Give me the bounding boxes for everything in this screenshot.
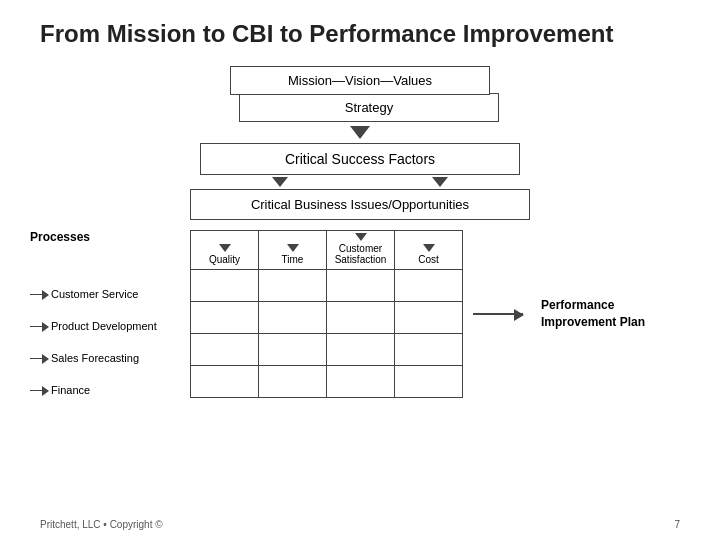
processes-column: Processes Customer Service Product Devel… [30, 230, 190, 406]
footer: Pritchett, LLC • Copyright © 7 [40, 519, 680, 530]
matrix-section: Processes Customer Service Product Devel… [30, 230, 690, 406]
cell-r2c4 [395, 302, 463, 334]
col-label-cost: Cost [418, 254, 439, 265]
right-arrow-line [473, 313, 523, 315]
process-label-3: Sales Forecasting [51, 352, 139, 364]
cell-r4c4 [395, 366, 463, 398]
footer-right: 7 [674, 519, 680, 530]
process-row-customer-service: Customer Service [30, 278, 190, 310]
process-arrow-2 [30, 326, 48, 327]
cell-r2c2 [259, 302, 327, 334]
process-label-1: Customer Service [51, 288, 138, 300]
process-row-sales: Sales Forecasting [30, 342, 190, 374]
perf-label-line1: Performance [541, 298, 614, 312]
col-label-time: Time [282, 254, 304, 265]
process-row-product-dev: Product Development [30, 310, 190, 342]
arrow-to-csf [350, 126, 370, 139]
fork-arrow-right [432, 177, 448, 187]
fork-arrow-left [272, 177, 288, 187]
right-label-container: Performance Improvement Plan [473, 297, 645, 331]
perf-label-line2: Improvement Plan [541, 315, 645, 329]
col-label-quality: Quality [209, 254, 240, 265]
cell-r3c1 [191, 334, 259, 366]
cell-r3c4 [395, 334, 463, 366]
table-row [191, 302, 463, 334]
cell-r1c2 [259, 270, 327, 302]
col-header-quality: Quality [191, 231, 259, 270]
col-arrow-satisfaction [355, 233, 367, 241]
cbi-box: Critical Business Issues/Opportunities [190, 189, 530, 220]
cell-r2c1 [191, 302, 259, 334]
top-boxes: Mission—Vision—Values Strategy [170, 66, 550, 122]
matrix-grid: Quality Time [190, 230, 463, 398]
col-header-time: Time [259, 231, 327, 270]
col-header-quality-inner: Quality [193, 244, 256, 265]
performance-improvement-label: Performance Improvement Plan [541, 297, 645, 331]
process-label-2: Product Development [51, 320, 157, 332]
col-header-satisfaction: CustomerSatisfaction [327, 231, 395, 270]
process-arrow-3 [30, 358, 48, 359]
col-arrow-time [287, 244, 299, 252]
col-arrow-cost [423, 244, 435, 252]
page: From Mission to CBI to Performance Impro… [0, 0, 720, 540]
cell-r1c4 [395, 270, 463, 302]
cell-r1c1 [191, 270, 259, 302]
table-row [191, 270, 463, 302]
cell-r1c3 [327, 270, 395, 302]
footer-left: Pritchett, LLC • Copyright © [40, 519, 163, 530]
col-header-time-inner: Time [261, 244, 324, 265]
strategy-box: Strategy [239, 93, 499, 122]
table-row [191, 334, 463, 366]
col-arrow-quality [219, 244, 231, 252]
cell-r4c1 [191, 366, 259, 398]
csf-box: Critical Success Factors [200, 143, 520, 175]
col-header-cost: Cost [395, 231, 463, 270]
process-label-4: Finance [51, 384, 90, 396]
process-arrow-4 [30, 390, 48, 391]
cell-r3c3 [327, 334, 395, 366]
cell-r4c2 [259, 366, 327, 398]
grid-and-right: Quality Time [190, 230, 645, 398]
cell-r4c3 [327, 366, 395, 398]
mission-box: Mission—Vision—Values [230, 66, 490, 95]
cell-r3c2 [259, 334, 327, 366]
table-row [191, 366, 463, 398]
col-header-cost-inner: Cost [397, 244, 460, 265]
processes-header: Processes [30, 230, 190, 244]
col-label-satisfaction: CustomerSatisfaction [335, 243, 387, 265]
arrow-fork [200, 177, 520, 187]
main-title: From Mission to CBI to Performance Impro… [40, 20, 680, 48]
process-row-finance: Finance [30, 374, 190, 406]
col-header-satisfaction-inner: CustomerSatisfaction [329, 233, 392, 265]
diagram: Mission—Vision—Values Strategy Critical … [40, 66, 680, 406]
cell-r2c3 [327, 302, 395, 334]
process-arrow-1 [30, 294, 48, 295]
